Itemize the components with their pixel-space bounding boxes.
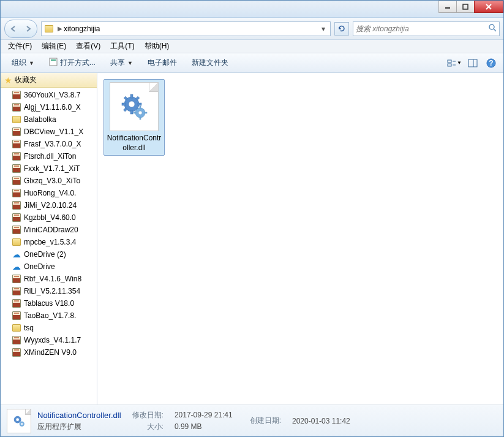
details-mod-label: 修改日期: [132,410,164,420]
favorites-header[interactable]: ★ 收藏夹 [1,73,97,88]
svg-line-5 [494,29,496,31]
svg-rect-19 [130,110,133,114]
sidebar-item[interactable]: Glxzq_V3.0_XiTo [1,175,97,187]
close-button[interactable] [474,1,503,13]
sidebar-item-label: Rbf_V4.1.6_Win8 [24,275,81,283]
refresh-button[interactable] [334,22,349,36]
sidebar-item[interactable]: mpcbe_v1.5.3.4 [1,236,97,248]
sidebar-item[interactable]: TaoBao_V1.7.8. [1,310,97,322]
sidebar-item[interactable]: 360YouXi_V3.8.7 [1,89,97,101]
svg-rect-20 [122,103,126,105]
folder-icon [12,323,21,333]
address-dropdown-icon[interactable]: ▾ [319,25,328,33]
sidebar-item-label: OneDrive (2) [24,250,66,259]
sidebar-item-label: Kgzbbl_V4.60.0 [24,213,76,222]
details-filename: NotificationController.dll [37,411,121,420]
address-path[interactable]: xitongzhijia [64,25,100,33]
navbar: ▶ xitongzhijia ▾ [1,18,503,40]
organize-button[interactable]: 组织▼ [6,56,40,69]
preview-pane-button[interactable] [465,56,480,70]
sidebar-item-label: MiniCADDraw20 [24,226,78,234]
sidebar-item-label: TaoBao_V1.7.8. [24,311,76,320]
svg-point-27 [138,111,142,115]
menubar: 文件(F) 编辑(E) 查看(V) 工具(T) 帮助(H) [1,40,503,53]
sidebar-item-label: XMindZEN V9.0 [24,348,77,357]
minimize-button[interactable] [438,1,457,13]
svg-point-4 [489,25,494,29]
menu-edit[interactable]: 编辑(E) [37,40,71,53]
help-button[interactable]: ? [484,56,498,70]
sidebar-item[interactable]: Balabolka [1,113,97,126]
sidebar-item-label: Glxzq_V3.0_XiTo [24,177,80,185]
file-thumbnail [110,82,159,131]
sidebar-item[interactable]: RiLi_V5.2.11.354 [1,285,97,297]
sidebar-item[interactable]: Algj_V1.11.6.0_X [1,101,97,113]
breadcrumb-sep-icon: ▶ [58,25,62,32]
sidebar-item[interactable]: HuoRong_V4.0. [1,187,97,199]
forward-button[interactable] [21,21,36,36]
rar-icon [12,188,21,198]
rar-icon [12,176,21,186]
svg-rect-6 [50,58,57,66]
sidebar-item[interactable]: Kgzbbl_V4.60.0 [1,211,97,224]
body: ★ 收藏夹 360YouXi_V3.8.7Algj_V1.11.6.0_XBal… [1,73,503,405]
sidebar-item-label: tsq [24,324,34,332]
sidebar-item[interactable]: Frasf_V3.7.0.0_X [1,138,97,150]
rar-icon [12,127,21,137]
search-icon[interactable] [488,23,497,34]
sidebar-item-label: DBCView_V1.1_X [24,127,83,136]
sidebar-item[interactable]: ☁OneDrive [1,260,97,273]
folder-icon [12,237,21,247]
address-bar[interactable]: ▶ xitongzhijia ▾ [41,21,331,36]
file-item-selected[interactable]: NotificationController.dll [103,79,165,156]
share-button[interactable]: 共享▼ [104,56,139,69]
details-size-label: 大小: [132,422,164,432]
view-options-button[interactable]: ▼ [447,56,462,70]
rar-icon [12,311,21,321]
open-with-button[interactable]: 打开方式... [43,56,102,69]
app-icon [49,58,58,68]
maximize-button[interactable] [456,1,475,13]
sidebar-item-label: Algj_V1.11.6.0_X [24,103,81,112]
sidebar-item[interactable]: Rbf_V4.1.6_Win8 [1,273,97,285]
nav-arrows [4,20,37,38]
sidebar-item[interactable]: Wyyxds_V4.1.1.7 [1,334,97,346]
svg-point-17 [129,101,135,107]
content-area[interactable]: NotificationController.dll [97,73,503,405]
sidebar-item[interactable]: Fxxk_V1.7.1_XiT [1,162,97,175]
menu-tools[interactable]: 工具(T) [105,40,139,53]
folder-icon [12,115,21,124]
sidebar-item[interactable]: JiMi_V2.0.10.24 [1,199,97,211]
rar-icon [12,90,21,100]
sidebar-item-label: Frasf_V3.7.0.0_X [24,140,81,148]
sidebar-item[interactable]: ☁OneDrive (2) [1,248,97,260]
email-button[interactable]: 电子邮件 [141,56,183,69]
tree: 360YouXi_V3.8.7Algj_V1.11.6.0_XBalabolka… [1,88,97,360]
window-controls [439,1,503,13]
sidebar-item[interactable]: Ftsrch.dll_XiTon [1,150,97,162]
sidebar-item[interactable]: Tablacus V18.0 [1,297,97,310]
menu-help[interactable]: 帮助(H) [140,40,175,53]
titlebar [1,1,503,18]
sidebar: ★ 收藏夹 360YouXi_V3.8.7Algj_V1.11.6.0_XBal… [1,73,97,405]
search-box[interactable] [353,21,500,36]
back-button[interactable] [6,21,21,36]
rar-icon [12,225,21,235]
new-folder-button[interactable]: 新建文件夹 [186,56,235,69]
svg-rect-21 [138,103,141,105]
sidebar-item[interactable]: XMindZEN V9.0 [1,346,97,359]
menu-view[interactable]: 查看(V) [71,40,105,53]
details-type: 应用程序扩展 [37,422,121,432]
star-icon: ★ [4,75,12,85]
search-input[interactable] [356,25,488,33]
details-text-2: 创建日期: 2020-01-03 11:42 [250,416,350,426]
svg-point-35 [21,423,23,425]
sidebar-item[interactable]: tsq [1,322,97,334]
menu-file[interactable]: 文件(F) [3,40,37,53]
svg-rect-30 [134,112,136,113]
sidebar-item[interactable]: DBCView_V1.1_X [1,126,97,138]
toolbar: 组织▼ 打开方式... 共享▼ 电子邮件 新建文件夹 ▼ ? [1,53,503,73]
sidebar-item-label: JiMi_V2.0.10.24 [24,201,77,210]
sidebar-item[interactable]: MiniCADDraw20 [1,224,97,236]
details-file-icon [7,409,31,433]
